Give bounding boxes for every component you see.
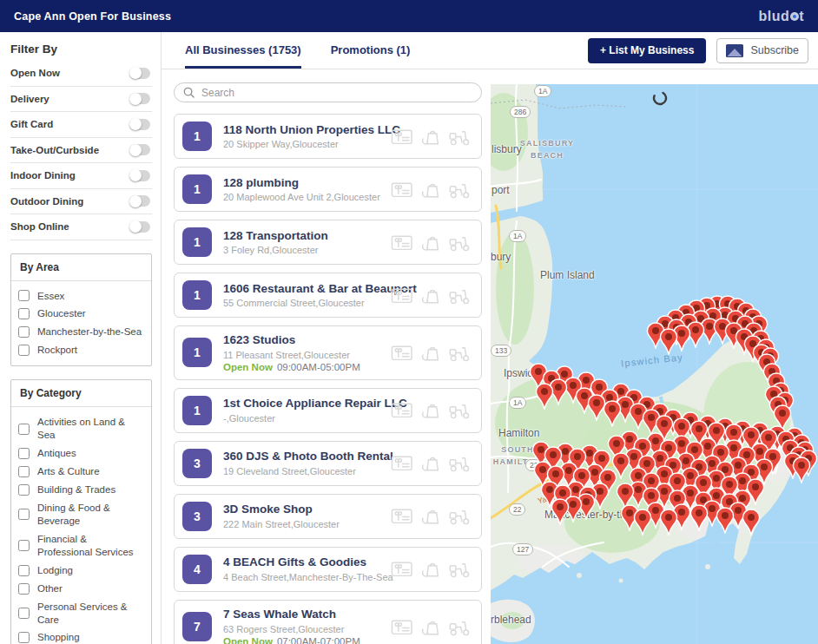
category-option[interactable]: Building & Trades	[18, 483, 144, 496]
tab-promotions[interactable]: Promotions (1)	[331, 32, 411, 69]
filter-toggle[interactable]	[129, 195, 150, 207]
checkbox-label: Financial & Professional Services	[37, 533, 144, 559]
hours-row: Open Now09:00AM-05:00PM	[223, 362, 379, 372]
map[interactable]: 1A286lisburySALISBURY BEACHport1AburyPlu…	[491, 84, 818, 644]
business-card[interactable]: 4 4 BEACH Gifts & Goodies 4 Beach Street…	[174, 547, 482, 592]
search-box[interactable]	[174, 82, 482, 102]
business-name: 1623 Studios	[223, 333, 379, 348]
map-pin[interactable]	[690, 505, 707, 530]
checkbox[interactable]	[18, 424, 30, 435]
business-card[interactable]: 3 3D Smoke Shop 222 Main Street,Gloucest…	[174, 494, 482, 539]
filter-toggle[interactable]	[129, 144, 150, 155]
checkbox[interactable]	[18, 632, 30, 643]
area-option[interactable]: Essex	[18, 290, 144, 303]
business-card[interactable]: 7 7 Seas Whale Watch 63 Rogers Street,Gl…	[174, 600, 482, 644]
category-option[interactable]: Personal Services & Care	[18, 601, 144, 627]
delivery-scooter-icon	[448, 560, 471, 578]
search-icon	[183, 87, 195, 98]
category-option[interactable]: Shopping	[18, 631, 144, 644]
business-address: 19 Cleveland Street,Gloucester	[223, 466, 379, 476]
business-name: 128 Transportation	[223, 229, 379, 244]
checkbox[interactable]	[18, 565, 30, 576]
checkbox[interactable]	[18, 466, 30, 477]
loading-spinner-icon	[651, 89, 669, 107]
tab-all-businesses[interactable]: All Businesses (1753)	[185, 32, 301, 69]
map-pin[interactable]	[551, 499, 568, 524]
business-card[interactable]: 1 1st Choice Appliance Repair LLC -,Glou…	[174, 388, 482, 433]
delivery-scooter-icon	[448, 286, 471, 305]
business-list-panel: 1 118 North Union Properties LLC 20 Skip…	[162, 69, 491, 644]
map-pin[interactable]	[716, 508, 733, 533]
business-card[interactable]: 1 128 Transportation 3 Foley Rd,Gloucest…	[174, 220, 482, 265]
takeout-bag-icon	[420, 401, 441, 419]
business-card[interactable]: 1 1606 Restaurant & Bar at Beauport 55 C…	[174, 273, 482, 318]
map-pin[interactable]	[793, 457, 809, 483]
logo-dot-icon	[790, 12, 799, 21]
filter-toggle[interactable]	[129, 221, 150, 233]
checkbox[interactable]	[18, 540, 30, 551]
area-option[interactable]: Gloucester	[18, 307, 144, 320]
checkbox[interactable]	[18, 583, 30, 595]
area-option[interactable]: Rockport	[18, 344, 144, 357]
business-name: 128 plumbing	[223, 176, 379, 191]
filter-toggle[interactable]	[129, 93, 150, 104]
category-option[interactable]: Dining & Food & Beverage	[18, 502, 144, 528]
filter-toggle[interactable]	[129, 170, 150, 181]
count-badge: 1	[182, 280, 212, 310]
checkbox[interactable]	[18, 509, 30, 520]
filter-by-title: Filter By	[10, 43, 152, 56]
filter-toggle[interactable]	[129, 119, 150, 130]
map-pin[interactable]	[536, 384, 552, 409]
area-option[interactable]: Manchester-by-the-Sea	[18, 325, 144, 338]
checkbox-label: Other	[37, 582, 63, 595]
count-badge: 7	[182, 612, 212, 641]
business-address: 20 Maplewood Ave Unit 2,Gloucester	[223, 192, 379, 202]
search-input[interactable]	[200, 86, 472, 100]
service-icons	[391, 560, 471, 578]
business-card[interactable]: 3 360 DJS & Photo Booth Rental 19 Clevel…	[174, 441, 482, 486]
checkbox[interactable]	[18, 448, 30, 459]
category-option[interactable]: Lodging	[18, 564, 144, 577]
checkbox[interactable]	[18, 484, 30, 496]
checkbox[interactable]	[18, 308, 30, 319]
category-option[interactable]: Financial & Professional Services	[18, 533, 144, 559]
service-icons	[391, 344, 471, 362]
checkbox[interactable]	[18, 608, 30, 619]
business-name: 118 North Union Properties LLC	[223, 123, 379, 138]
map-pin[interactable]	[588, 395, 604, 420]
count-badge: 1	[182, 122, 212, 151]
filter-label: Delivery	[10, 94, 49, 104]
envelope-icon	[726, 44, 743, 57]
service-icons	[391, 401, 471, 419]
takeout-bag-icon	[420, 286, 441, 305]
checkbox[interactable]	[18, 326, 30, 338]
map-pin[interactable]	[660, 329, 676, 354]
business-card[interactable]: 1 118 North Union Properties LLC 20 Skip…	[174, 114, 482, 159]
filter-toggle[interactable]	[129, 68, 150, 79]
business-list: 1 118 North Union Properties LLC 20 Skip…	[174, 114, 482, 644]
map-pin[interactable]	[660, 509, 676, 535]
business-name: 360 DJS & Photo Booth Rental	[223, 450, 379, 464]
gift-card-icon	[391, 454, 413, 472]
delivery-scooter-icon	[448, 344, 471, 362]
subscribe-button[interactable]: Subscribe	[716, 38, 808, 63]
filter-row: Outdoor Dining	[10, 189, 152, 215]
checkbox[interactable]	[18, 345, 30, 356]
filter-label: Shop Online	[10, 221, 69, 232]
category-option[interactable]: Other	[18, 582, 144, 595]
by-category-options: Activities on Land & Sea Antiques Arts &…	[11, 407, 151, 644]
filter-row: Gift Card	[10, 112, 152, 138]
list-my-business-button[interactable]: + List My Business	[588, 38, 706, 63]
checkbox[interactable]	[18, 290, 30, 301]
business-card[interactable]: 1 128 plumbing 20 Maplewood Ave Unit 2,G…	[174, 167, 482, 212]
checkbox-label: Arts & Culture	[37, 465, 100, 478]
map-pin[interactable]	[604, 401, 620, 426]
business-card[interactable]: 1 1623 Studios 11 Pleasant Street,Glouce…	[174, 325, 482, 380]
map-pin[interactable]	[742, 509, 759, 535]
category-option[interactable]: Antiques	[18, 447, 144, 460]
category-option[interactable]: Activities on Land & Sea	[18, 416, 144, 442]
filter-label: Outdoor Dining	[10, 196, 83, 207]
gift-card-icon	[391, 560, 413, 578]
category-option[interactable]: Arts & Culture	[18, 465, 144, 478]
map-pin[interactable]	[634, 509, 650, 535]
